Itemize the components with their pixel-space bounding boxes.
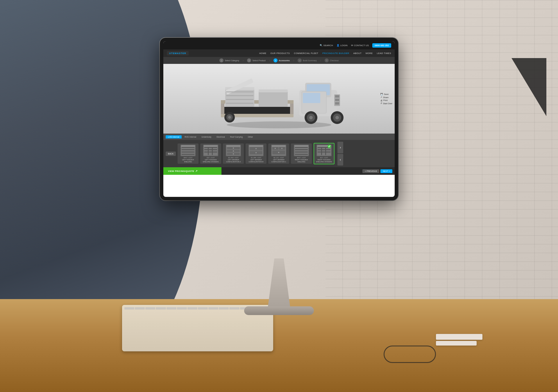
save-control[interactable]: 💾 Save — [380, 93, 392, 95]
search-nav-item[interactable]: 🔍 SEARCH — [320, 44, 333, 47]
product-price-3: $2,469 +GST — [228, 157, 239, 159]
product-left-toolbox-dividers[interactable]: $37 +GST LEFT TOOLBOX SHELVING DIVIDERS — [200, 143, 221, 164]
product-name-5: LEFT DRAWER CONFIGURATION C — [269, 159, 288, 163]
print-control[interactable]: 🖨 Print — [380, 99, 392, 101]
svg-rect-79 — [325, 147, 326, 155]
product-price-1: $447 +GST — [184, 157, 193, 159]
step-arrow-3: › — [293, 59, 294, 62]
papers — [436, 341, 477, 346]
svg-rect-77 — [318, 152, 330, 152]
phone-button[interactable]: 0800 683 352 — [372, 43, 391, 48]
step-2[interactable]: 2 Select Product — [244, 58, 269, 62]
svg-point-64 — [275, 148, 276, 149]
step-5-label: Checkout — [330, 60, 339, 62]
svg-rect-42 — [204, 152, 217, 152]
svg-rect-44 — [212, 147, 213, 155]
svg-rect-78 — [321, 147, 322, 155]
product-name-6: RIGHT TOOLBOX SHELVING — [292, 159, 311, 163]
view-quote-button[interactable]: VIEW PRICING/QUOTE ↗ — [163, 167, 221, 175]
product-thumb-6 — [294, 145, 309, 156]
nav-builder[interactable]: PRICING/UTE BUILDER — [322, 52, 349, 55]
product-right-toolbox-dividers[interactable]: $37 +GST RIGHT TOOLBOX SHELVING DIVIDERS — [314, 143, 335, 164]
product-thumb-2 — [203, 145, 218, 156]
step-2-number: 2 — [247, 58, 251, 62]
tab-roof-carrying[interactable]: Roof Carrying — [228, 135, 245, 139]
next-button[interactable]: NEXT > — [380, 169, 392, 173]
start-over-control[interactable]: ↺ Start Over — [380, 102, 392, 105]
svg-point-50 — [233, 148, 234, 149]
scroll-down-arrow[interactable]: ‹ — [337, 154, 343, 166]
product-price-6: $447 +GST — [297, 157, 306, 159]
contact-label: CONTACT US — [354, 44, 369, 47]
nav-commercial[interactable]: COMMERCIAL FLEET — [294, 52, 318, 55]
step-4[interactable]: 4 Build Summary — [295, 58, 319, 62]
product-left-drawer-a[interactable]: $2,469 +GST LEFT DRAWER CONFIGURATION A — [223, 143, 244, 164]
tab-bar: LHS Internal RHS Internal Underbody Elec… — [163, 134, 395, 140]
tab-electrical[interactable]: Electrical — [214, 135, 227, 139]
svg-rect-67 — [272, 145, 286, 147]
products-row: BACK $447 +GST LEFT TOO — [163, 140, 395, 167]
svg-rect-41 — [204, 149, 217, 150]
back-button[interactable]: BACK — [166, 152, 176, 156]
nav-about[interactable]: ABOUT — [353, 52, 362, 55]
nav-items-container: HOME OUR PRODUCTS COMMERCIAL FLEET PRICI… — [259, 52, 391, 55]
tab-lhs-internal[interactable]: LHS Internal — [166, 135, 182, 139]
share-control[interactable]: ↗ Share — [380, 96, 392, 98]
monitor-base — [244, 306, 314, 315]
svg-rect-45 — [204, 145, 218, 147]
svg-rect-24 — [226, 91, 253, 92]
step-5[interactable]: 5 Checkout — [322, 58, 341, 62]
step-2-label: Select Product — [252, 60, 266, 62]
svg-rect-43 — [208, 147, 209, 155]
step-arrow-2: › — [269, 59, 270, 62]
brand-logo: UTEMASTER — [167, 51, 189, 55]
nav-products[interactable]: OUR PRODUCTS — [270, 52, 290, 55]
user-icon: 👤 — [337, 44, 339, 47]
product-name-2: LEFT TOOLBOX SHELVING DIVIDERS — [201, 159, 220, 163]
tab-underbody[interactable]: Underbody — [199, 135, 214, 139]
contact-nav-item[interactable]: ✉ CONTACT US — [351, 44, 369, 47]
product-price-4: $1,088 +GST — [251, 157, 261, 159]
tab-other[interactable]: Other — [246, 135, 255, 139]
product-price-2: $37 +GST — [207, 157, 215, 159]
product-price-5: $2,131 +GST — [273, 157, 284, 159]
print-icon: 🖨 — [380, 99, 382, 101]
scroll-arrows: › ‹ — [337, 142, 343, 166]
product-thumb-3 — [226, 145, 241, 156]
steps-progress-bar: 1 Select Category › 2 Select Product › 3… — [163, 57, 395, 64]
viewer-side-controls: 💾 Save ↗ Share 🖨 Print ↺ Start Over — [380, 93, 392, 105]
nav-lead-times[interactable]: LEAD TIMES — [377, 52, 391, 55]
svg-rect-34 — [182, 147, 194, 148]
previous-button[interactable]: < PREVIOUS — [362, 169, 379, 173]
product-thumb-7 — [316, 145, 332, 156]
svg-rect-35 — [182, 149, 194, 150]
bottom-action-bar: VIEW PRICING/QUOTE ↗ < PREVIOUS NEXT > — [163, 167, 395, 175]
svg-rect-72 — [295, 154, 308, 155]
product-right-toolbox-shelving[interactable]: $447 +GST RIGHT TOOLBOX SHELVING — [291, 143, 312, 164]
svg-rect-25 — [226, 95, 253, 96]
view-quote-label: VIEW PRICING/QUOTE — [168, 170, 194, 172]
login-nav-item[interactable]: 👤 LOGIN — [337, 44, 348, 47]
scroll-up-arrow[interactable]: › — [337, 142, 343, 153]
product-left-toolbox-shelving[interactable]: $447 +GST LEFT TOOLBOX SHELVING — [178, 143, 198, 164]
svg-rect-6 — [335, 99, 339, 101]
tab-rhs-internal[interactable]: RHS Internal — [182, 135, 198, 139]
svg-point-15 — [335, 116, 339, 119]
top-bar-right: 🔍 SEARCH 👤 LOGIN ✉ CONTACT US 0800 683 3… — [320, 43, 391, 48]
step-4-number: 4 — [298, 58, 302, 62]
3d-viewer: 💾 Save ↗ Share 🖨 Print ↺ Start Over — [163, 64, 395, 134]
desk-items — [436, 334, 482, 346]
svg-rect-27 — [226, 103, 253, 104]
step-1[interactable]: 1 Select Category — [217, 58, 242, 62]
arrow-icon: ↗ — [195, 170, 198, 172]
svg-rect-37 — [182, 154, 194, 155]
nav-more[interactable]: MORE — [366, 52, 373, 55]
step-3-label: Accessories — [279, 60, 290, 62]
svg-rect-36 — [182, 152, 194, 152]
product-left-drawer-b[interactable]: $1,088 +GST LEFT DRAWER CONFIGURATION B — [246, 143, 267, 164]
product-left-drawer-c[interactable]: $2,131 +GST LEFT DRAWER CONFIGURATION C — [268, 143, 289, 164]
step-3[interactable]: 3 Accessories — [271, 58, 293, 62]
search-label: SEARCH — [323, 44, 333, 47]
screen: 🔍 SEARCH 👤 LOGIN ✉ CONTACT US 0800 683 3… — [163, 41, 395, 197]
nav-home[interactable]: HOME — [259, 52, 267, 55]
